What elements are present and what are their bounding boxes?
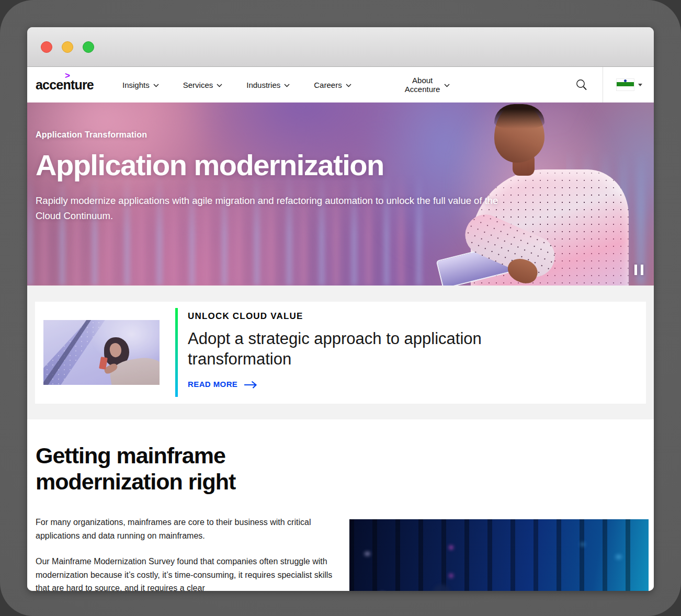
pause-carousel-button[interactable] bbox=[632, 263, 645, 277]
nav-item-label: Industries bbox=[246, 81, 280, 89]
nav-item-label: Insights bbox=[122, 81, 150, 89]
article-paragraph: Our Mainframe Modernization Survey found… bbox=[36, 555, 338, 591]
nav-item-careers[interactable]: Careers bbox=[314, 81, 351, 89]
chevron-down-icon bbox=[153, 84, 159, 87]
arrow-right-icon bbox=[244, 380, 258, 389]
zoom-window-button[interactable] bbox=[83, 41, 94, 53]
promo-section: UNLOCK CLOUD VALUE Adopt a strategic app… bbox=[27, 286, 654, 419]
accent-gradient-bar bbox=[175, 308, 178, 397]
page-title: Application modernization bbox=[36, 148, 517, 182]
nav-item-label: About Accenture bbox=[405, 76, 440, 94]
nav-right-tools bbox=[561, 67, 654, 102]
promo-eyebrow: UNLOCK CLOUD VALUE bbox=[188, 311, 632, 322]
chevron-down-icon bbox=[346, 84, 351, 87]
article-section: Getting mainframe modernization right Fo… bbox=[27, 419, 654, 591]
article-paragraph: For many organizations, mainframes are c… bbox=[36, 516, 338, 542]
nav-item-services[interactable]: Services bbox=[183, 81, 223, 89]
search-button[interactable] bbox=[561, 67, 603, 102]
hero-banner: Application Transformation Application m… bbox=[27, 102, 654, 286]
hero-subtitle: Rapidly modernize applications with agil… bbox=[36, 193, 509, 223]
nav-item-industries[interactable]: Industries bbox=[246, 81, 290, 89]
window-titlebar bbox=[27, 27, 654, 67]
hero-eyebrow: Application Transformation bbox=[36, 130, 517, 140]
accenture-logo[interactable]: > accenture bbox=[36, 77, 88, 93]
chevron-down-icon bbox=[217, 84, 222, 87]
minimize-window-button[interactable] bbox=[62, 41, 73, 53]
nav-item-insights[interactable]: Insights bbox=[122, 81, 159, 89]
article-heading: Getting mainframe modernization right bbox=[36, 442, 308, 495]
main-nav: > accenture Insights Services Industries bbox=[27, 67, 654, 102]
chevron-down-icon bbox=[284, 84, 290, 87]
read-more-label: READ MORE bbox=[188, 380, 237, 389]
chevron-down-icon bbox=[444, 84, 450, 87]
promo-card[interactable]: UNLOCK CLOUD VALUE Adopt a strategic app… bbox=[35, 302, 646, 404]
article-image-mainframe bbox=[349, 519, 649, 591]
browser-window: > accenture Insights Services Industries bbox=[27, 27, 654, 591]
device-bezel: > accenture Insights Services Industries bbox=[0, 0, 681, 616]
nav-item-about-accenture[interactable]: About Accenture bbox=[405, 76, 450, 94]
accenture-logo-caret-icon: > bbox=[65, 71, 70, 81]
promo-thumbnail-image bbox=[43, 320, 160, 385]
pause-icon bbox=[641, 265, 643, 275]
nav-item-label: Careers bbox=[314, 81, 342, 89]
promo-title: Adopt a strategic approach to applicatio… bbox=[188, 328, 570, 369]
read-more-link[interactable]: READ MORE bbox=[188, 380, 258, 389]
india-flag-icon bbox=[617, 79, 634, 90]
locale-selector[interactable] bbox=[603, 67, 654, 102]
pause-icon bbox=[634, 265, 637, 275]
nav-item-label: Services bbox=[183, 81, 213, 89]
hero-copy: Application Transformation Application m… bbox=[36, 102, 517, 223]
close-window-button[interactable] bbox=[41, 41, 52, 53]
search-icon bbox=[575, 78, 588, 91]
article-body: For many organizations, mainframes are c… bbox=[36, 516, 338, 591]
caret-down-icon bbox=[638, 84, 642, 86]
